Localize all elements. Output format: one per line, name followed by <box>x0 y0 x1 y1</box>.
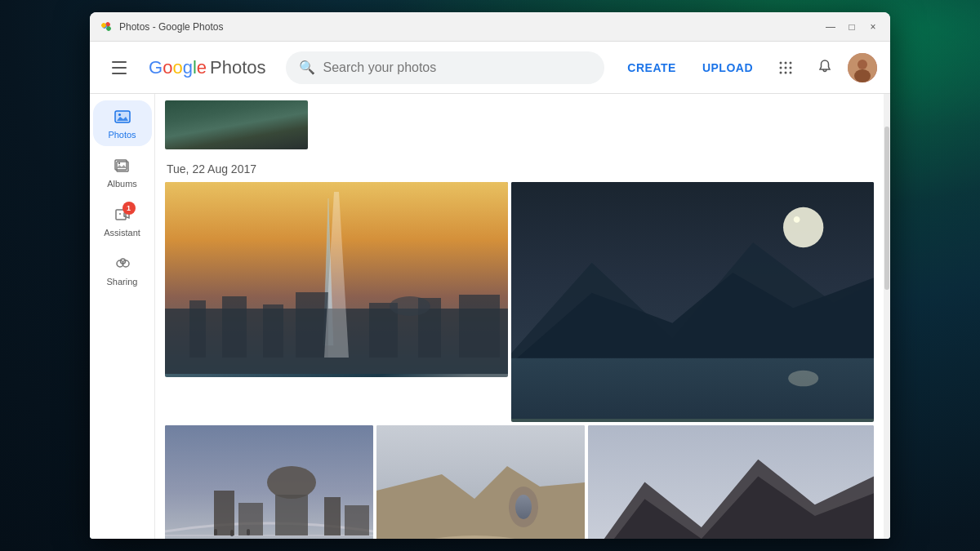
hamburger-line <box>112 73 127 74</box>
upload-button[interactable]: UPLOAD <box>693 55 763 81</box>
svg-point-54 <box>515 495 532 519</box>
svg-rect-45 <box>275 495 308 535</box>
svg-point-44 <box>267 466 316 499</box>
svg-rect-29 <box>296 292 328 358</box>
assistant-icon: 1 <box>113 205 132 224</box>
sidebar-label-photos: Photos <box>108 130 136 140</box>
svg-rect-38 <box>511 358 874 419</box>
window-controls: — □ × <box>823 20 880 34</box>
svg-rect-47 <box>238 503 263 535</box>
menu-button[interactable] <box>103 51 136 84</box>
sidebar-item-assistant[interactable]: 1 Assistant <box>93 198 152 244</box>
svg-rect-32 <box>459 295 500 358</box>
svg-point-33 <box>390 296 430 316</box>
hamburger-line <box>112 67 127 69</box>
apps-button[interactable] <box>769 51 802 84</box>
svg-point-17 <box>118 162 119 164</box>
svg-point-5 <box>790 66 792 69</box>
maximize-button[interactable]: □ <box>844 20 859 34</box>
apps-icon <box>777 60 794 76</box>
scrollbar-thumb[interactable] <box>884 127 889 290</box>
create-button[interactable]: CREATE <box>617 55 686 81</box>
photo-st-pauls[interactable] <box>165 425 373 539</box>
notifications-button[interactable] <box>808 51 841 84</box>
main-layout: Photos Albums <box>90 94 890 539</box>
svg-rect-48 <box>324 497 341 535</box>
sidebar-item-photos[interactable]: Photos <box>93 100 152 146</box>
svg-point-4 <box>785 66 787 69</box>
svg-point-10 <box>858 60 867 69</box>
photo-london-shard[interactable] <box>165 182 508 377</box>
photo-row-1 <box>165 182 874 422</box>
favicon-icon <box>100 21 112 33</box>
photo-mountain-lake[interactable] <box>588 425 874 539</box>
svg-rect-46 <box>214 491 234 535</box>
user-avatar[interactable] <box>848 53 877 82</box>
header-actions: CREATE UPLOAD <box>617 51 877 84</box>
photo-row-2 <box>165 425 874 539</box>
photos-icon <box>113 107 132 127</box>
search-bar[interactable]: 🔍 <box>286 51 605 84</box>
minimize-button[interactable]: — <box>823 20 838 34</box>
logo: Google Photos <box>149 57 266 78</box>
sidebar: Photos Albums <box>90 94 155 539</box>
assistant-badge: 1 <box>122 202 136 215</box>
avatar-image <box>848 53 877 82</box>
title-bar: Photos - Google Photos — □ × <box>90 12 890 42</box>
svg-point-0 <box>780 61 782 64</box>
svg-point-7 <box>785 71 787 73</box>
svg-rect-28 <box>263 304 283 358</box>
photo-mountain-moon[interactable] <box>511 182 874 422</box>
title-bar-text: Photos - Google Photos <box>119 21 817 33</box>
sidebar-item-albums[interactable]: Albums <box>93 149 152 195</box>
svg-rect-49 <box>345 505 369 535</box>
sidebar-item-sharing[interactable]: Sharing <box>93 247 152 293</box>
app-name: Photos <box>210 57 266 78</box>
sharing-icon <box>113 254 132 273</box>
google-wordmark: Google <box>149 57 207 78</box>
svg-point-8 <box>790 71 792 73</box>
svg-point-19 <box>119 213 121 215</box>
svg-point-1 <box>785 61 787 64</box>
browser-window: Photos - Google Photos — □ × Google Phot… <box>90 12 890 539</box>
svg-rect-27 <box>222 296 247 358</box>
top-partial-image <box>165 100 874 149</box>
sidebar-label-assistant: Assistant <box>104 228 140 238</box>
svg-point-14 <box>118 113 121 116</box>
search-icon: 🔍 <box>299 60 315 75</box>
svg-point-35 <box>783 207 823 247</box>
svg-point-39 <box>788 371 818 387</box>
avatar-svg <box>848 53 877 82</box>
svg-point-11 <box>854 69 871 82</box>
favicon <box>100 20 113 33</box>
date-header: Tue, 22 Aug 2017 <box>165 156 874 182</box>
svg-rect-25 <box>165 309 508 374</box>
app-header: Google Photos 🔍 CREATE UPLOAD <box>90 42 890 94</box>
close-button[interactable]: × <box>866 20 880 34</box>
svg-point-6 <box>780 71 782 73</box>
scrollbar-track <box>884 94 890 539</box>
photos-content[interactable]: Tue, 22 Aug 2017 <box>155 94 884 539</box>
bell-icon <box>816 59 834 77</box>
sidebar-label-albums: Albums <box>107 179 137 189</box>
albums-icon <box>113 156 132 176</box>
svg-point-3 <box>780 66 782 69</box>
photo-coastal[interactable] <box>376 425 585 539</box>
svg-rect-26 <box>189 300 206 358</box>
svg-point-2 <box>790 61 792 64</box>
partial-photo[interactable] <box>165 100 308 149</box>
search-input[interactable] <box>323 60 592 75</box>
sidebar-label-sharing: Sharing <box>107 277 138 287</box>
hamburger-line <box>112 61 127 63</box>
